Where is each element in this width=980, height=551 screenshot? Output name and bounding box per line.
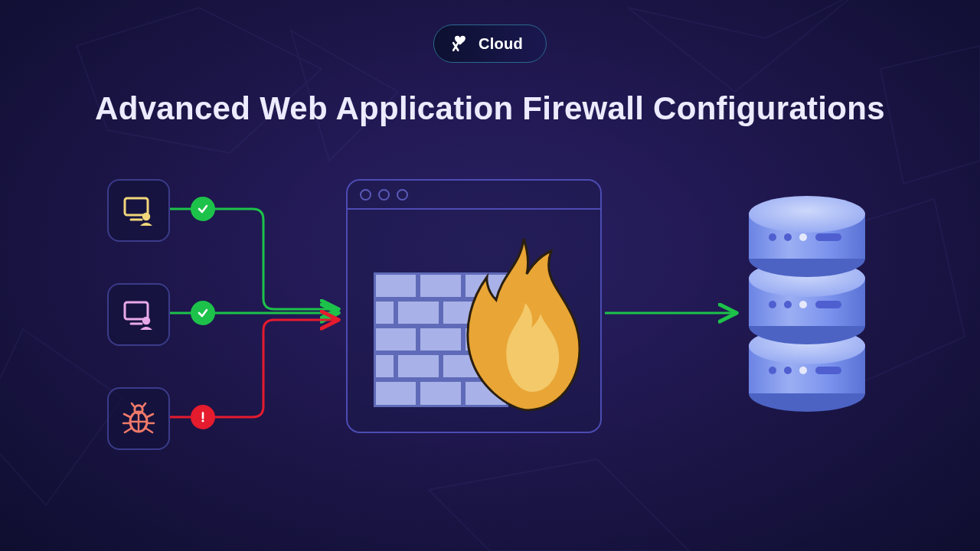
window-dot-icon	[360, 189, 371, 201]
database-icon	[746, 196, 867, 413]
svg-point-40	[769, 233, 776, 241]
svg-point-42	[799, 233, 807, 241]
svg-point-5	[142, 317, 150, 324]
svg-point-41	[784, 233, 792, 241]
status-allowed-1	[191, 197, 215, 221]
client-user-2	[107, 283, 170, 346]
waf-titlebar	[348, 181, 600, 210]
svg-rect-47	[815, 301, 841, 308]
flame-icon	[466, 237, 580, 412]
computer-user-icon	[120, 296, 157, 333]
svg-point-2	[142, 213, 150, 220]
svg-point-9	[201, 419, 204, 422]
svg-point-49	[784, 367, 792, 374]
svg-point-48	[769, 367, 776, 374]
svg-point-50	[799, 367, 807, 374]
bug-icon	[120, 400, 157, 437]
alert-icon	[196, 410, 210, 424]
svg-rect-3	[125, 302, 148, 319]
status-allowed-2	[191, 301, 215, 325]
flow-blocked	[170, 320, 337, 417]
svg-rect-0	[125, 198, 148, 215]
svg-point-46	[799, 301, 807, 308]
flow-allowed-1	[170, 209, 337, 309]
status-blocked	[191, 405, 215, 429]
svg-point-39	[749, 196, 865, 233]
computer-user-icon	[120, 192, 157, 229]
window-dot-icon	[397, 189, 408, 201]
svg-rect-43	[815, 233, 841, 241]
check-icon	[196, 306, 210, 320]
check-icon	[196, 202, 210, 216]
waf-window	[346, 179, 602, 433]
window-dot-icon	[378, 189, 390, 201]
svg-rect-51	[815, 367, 841, 374]
client-threat	[107, 387, 170, 450]
svg-point-45	[784, 301, 792, 308]
client-user-1	[107, 179, 170, 242]
svg-point-44	[769, 301, 776, 308]
